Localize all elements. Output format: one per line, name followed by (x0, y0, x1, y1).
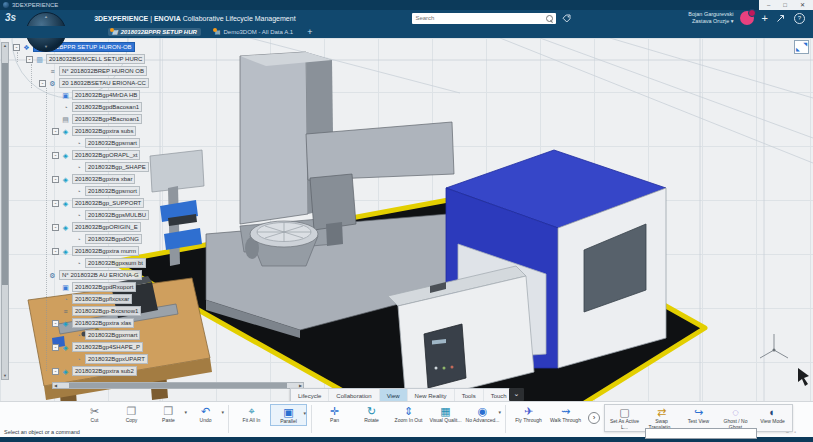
user-org: Zastava Oruzje ▾ (688, 18, 733, 25)
tree-expander-icon[interactable]: - (52, 368, 59, 375)
document-tab-demo3dom-all-data-a-1[interactable]: ▤ Demo3DOM - All Data A.1 (211, 28, 297, 36)
3ds-logo: 3s (5, 13, 16, 23)
tree-item-2[interactable]: - ▥ 2018032BSIMCELL SETUP HURC (26, 53, 149, 65)
tree-expander-icon[interactable]: - (52, 200, 59, 207)
tree-item-10[interactable]: - ◈ 2018032BgpORAPL_xt (52, 149, 149, 161)
power-input-toggle-icon[interactable]: ‒ ▫ (786, 429, 798, 435)
tree-item-13[interactable]: ◔ 2018032Bgpsmort (65, 185, 149, 197)
tree-item-9[interactable]: ◔ 2018032Bgpsmart (65, 137, 149, 149)
toolbar-button-paste[interactable]: ❒ ▾ Paste (150, 404, 187, 424)
tree-item-26[interactable]: - ◈ 2018032Bgp4SHAPE_P (52, 341, 149, 353)
toolbar-button-swap-translatio[interactable]: ⇄ ▾ Swap Translatio... (643, 405, 680, 431)
tree-item-23[interactable]: ≡ 2018032Bgp-Bxcsnow1 (52, 305, 149, 317)
search-input[interactable] (415, 15, 543, 21)
dropdown-arrow-icon[interactable]: ▾ (498, 409, 501, 415)
tree-item-21[interactable]: ▣ 2018032BgpdRxoport (52, 281, 149, 293)
tree-item-25[interactable]: ◔ 2018032Bgpxrnart (65, 329, 149, 341)
tree-item-17[interactable]: ◔ 2018032BgpdONG (65, 233, 149, 245)
tree-expander-icon[interactable]: - (52, 248, 59, 255)
tree-item-12[interactable]: - ◈ 2018032Bgpxtra xbar (52, 173, 149, 185)
toolbar-button-view-mode[interactable]: ◐ ▾ View Mode (754, 405, 791, 425)
tree-item-7[interactable]: ▤ 2018032Bgp4Bacnoan1 (52, 113, 149, 125)
status-message: Select an object or a command (4, 429, 80, 435)
part-icon: ◈ (61, 200, 70, 207)
shape-icon: ◔ (74, 164, 83, 171)
tree-item-19[interactable]: ◔ 2018032Bgpxsum bt (65, 257, 149, 269)
new-tab-button[interactable]: + (307, 28, 312, 37)
toolbar-separator (228, 405, 229, 433)
brand-text: 3DEXPERIENCE | ENOVIA Collaborative Life… (94, 15, 295, 22)
dropdown-arrow-icon[interactable]: ▾ (303, 410, 306, 416)
tree-expander-icon[interactable]: - (13, 44, 20, 51)
scroll-left-icon[interactable]: ◀ (54, 383, 57, 388)
tree-item-24[interactable]: - ◈ 2018032Bgpxtra xlas (52, 317, 149, 329)
toolbar-more-button[interactable]: › (588, 412, 600, 424)
tree-expander-icon[interactable]: - (52, 128, 59, 135)
tree-expander-icon[interactable]: - (52, 152, 59, 159)
toolbar-button-fit-all-in[interactable]: ⌖ ▾ Fit All In (233, 404, 270, 424)
tree-expander-icon[interactable]: - (39, 80, 46, 87)
3d-viewport[interactable]: - ❖ 2018032BPPR SETUP HURON-OB - ▥ 20180… (0, 38, 813, 442)
toolbar-button-walk-through[interactable]: ⇝ ▾ Walk Through (547, 404, 584, 424)
scrollbar-thumb[interactable] (2, 63, 8, 285)
shape-icon: ◔ (61, 104, 70, 111)
tree-item-27[interactable]: ◔ 2018032BgpxUPART (65, 353, 149, 365)
toolbar-button-cut[interactable]: ✂ ▾ Cut (76, 404, 113, 424)
part-icon: ◈ (61, 176, 70, 183)
toolbar-button-visual-qualit[interactable]: ▦ ▾ Visual Qualit... (427, 404, 464, 424)
toolbar-button-no-advanced[interactable]: ◉ ▾ No Advanced... (464, 404, 501, 424)
tree-item-16[interactable]: - ◈ 2018032BgpORIGIN_E (52, 221, 149, 233)
toolbar-button-fly-through[interactable]: ✈ ▾ Fly Through (510, 404, 547, 424)
ribbon-overflow-button[interactable]: ⌄ (509, 388, 524, 401)
tree-vertical-scrollbar[interactable]: ▲ ▼ (1, 42, 9, 380)
toolbar-button-test-view[interactable]: ↪ ▾ Test View (680, 405, 717, 425)
expand-view-button[interactable]: ◥ ◣ (794, 40, 809, 54)
tag-icon[interactable] (562, 14, 571, 23)
tree-item-22[interactable]: ◔ 2018032Bgpflxcsxar (52, 293, 149, 305)
user-menu[interactable]: Bojan Gargurevski Zastava Oruzje ▾ (688, 11, 733, 24)
power-input[interactable] (645, 428, 757, 439)
tree-item-8[interactable]: - ◈ 2018032Bgpxtra subs (52, 125, 149, 137)
rep-icon: ≡ (61, 308, 70, 315)
toolbar-button-copy[interactable]: ❐ ▾ Copy (113, 404, 150, 424)
toolbar-button-rotate[interactable]: ↻ ▾ Rotate (353, 404, 390, 424)
share-icon[interactable] (776, 14, 786, 23)
tree-item-11[interactable]: ◔ 2018032Bgp_SHAPE (65, 161, 149, 173)
tree-item-5[interactable]: ▣ 2018032Bgp4MrDA HB (52, 89, 149, 101)
maximize-button[interactable]: □ (783, 2, 787, 8)
dropdown-arrow-icon[interactable]: ▾ (221, 409, 224, 415)
close-button[interactable]: ✕ (800, 2, 805, 8)
toolbar-button-parallel[interactable]: ▣ ▾ Parallel (270, 404, 307, 426)
toolbar-group-walk-fly: ✈ ▾ Fly Through ⇝ ▾ Walk Through (510, 404, 584, 424)
scroll-down-icon[interactable]: ▼ (2, 373, 8, 379)
search-icon[interactable] (546, 15, 553, 22)
tree-item-3[interactable]: ≡ N° 2018032BREP HURON OB (39, 65, 149, 77)
tree-item-14[interactable]: - ◈ 2018032Bgp_SUPPORT (52, 197, 149, 209)
tree-item-20[interactable]: ⚙ N° 2018032B AU ERIONA-G (39, 269, 149, 281)
tree-item-28[interactable]: - ◈ 2018032Bgpxtra sub2 (52, 365, 149, 377)
avatar[interactable] (740, 11, 754, 25)
add-content-button[interactable]: + (762, 13, 768, 24)
document-tab-2018032bppr-setup-hur[interactable]: ▤ 2018032BPPR SETUP HUR (108, 28, 201, 36)
tree-expander-icon[interactable]: - (52, 224, 59, 231)
tree-item-18[interactable]: - ◈ 2018032Bgpxtra murm (52, 245, 149, 257)
toolbar-button-zoom-in-out[interactable]: ⇕ ▾ Zoom In Out (390, 404, 427, 424)
tree-expander-icon[interactable]: - (52, 320, 59, 327)
toolbar-button-ghost-no-ghost[interactable]: ◌ ▾ Ghost / No Ghost (717, 405, 754, 431)
tree-item-4[interactable]: - ⚙ 20 18032BSETAU ERIONA-CC (39, 77, 149, 89)
toolbar-button-set-as-active-l[interactable]: ▢ ▾ Set As Active L... (606, 405, 643, 431)
tree-item-15[interactable]: ◔ 2018032BgpsMULBU (65, 209, 149, 221)
tree-item-6[interactable]: ◔ 2018032BgpdBacosan1 (52, 101, 149, 113)
tree-expander-icon[interactable]: - (26, 56, 33, 63)
scroll-up-icon[interactable]: ▲ (2, 43, 8, 49)
minimize-button[interactable]: – (767, 2, 770, 8)
toolbar-button-pan[interactable]: ✛ ▾ Pan (316, 404, 353, 424)
scrollbar-thumb[interactable] (69, 383, 287, 388)
help-icon[interactable]: ? (794, 13, 805, 24)
user-name: Bojan Gargurevski (688, 11, 733, 18)
part-icon: ◈ (61, 152, 70, 159)
toolbar-button-undo[interactable]: ↶ ▾ Undo (187, 404, 224, 424)
tree-horizontal-scrollbar[interactable]: ◀ ▶ (52, 382, 304, 389)
tree-expander-icon[interactable]: - (52, 344, 59, 351)
tree-expander-icon[interactable]: - (52, 176, 59, 183)
